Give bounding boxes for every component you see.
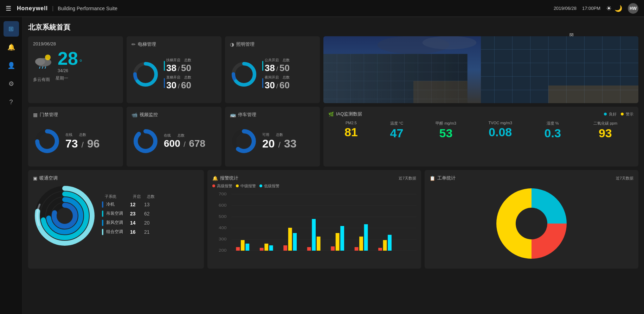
access-donut [33,127,61,155]
elevator-icon: ✏ [131,42,136,47]
svg-rect-87 [283,245,287,251]
access-icon: ▦ [33,112,38,118]
svg-rect-91 [312,219,316,251]
escalator-stat: 扶梯开启 总数 38 / 50 [164,58,191,74]
alarm-legend: 高级报警 中级报警 低级报警 [212,183,416,189]
elevator-donut [131,60,160,88]
workorder-header: 📋 工单统计 近7天数据 [430,175,633,181]
svg-rect-92 [317,237,321,251]
weather-icon [33,51,54,72]
svg-point-1 [35,58,45,65]
alarm-header: 🔔 报警统计 近7天数据 [212,175,416,181]
svg-rect-93 [331,246,335,251]
video-card-title: 📹 视频监控 [131,112,217,118]
topbar-right: 2019/06/28 17:00PM ☀ 🌙 HW [554,3,638,14]
alarm-title: 🔔 报警统计 [212,175,238,181]
alarm-card: 🔔 报警统计 近7天数据 高级报警 中级报警 [207,170,421,269]
access-values: 在线 总数 73 / 96 [65,132,100,150]
hvac-row-2: 新风空调 14 20 [102,220,199,226]
svg-rect-83 [245,244,249,251]
hvac-row-1: 吊装空调 23 62 [102,211,199,217]
topbar-date: 2019/06/28 [554,6,577,11]
logo: Honeywell [17,5,48,12]
video-body: 在线 总数 600 / 678 [131,121,217,162]
svg-text:200: 200 [219,249,227,253]
hvac-row-3: 组合空调 16 21 [102,229,199,235]
weather-card: 2019/06/28 [28,36,123,103]
hvac-card: ▣ 暖通空调 [28,170,204,269]
elevator-stat: 直梯开启 总数 30 / 60 [164,75,191,91]
iaq-temp: 温度 °C 47 [390,121,404,140]
workorder-pie-chart [430,183,633,264]
topbar-icons: ☀ 🌙 [606,5,622,12]
sidebar-item-user[interactable]: 👤 [4,58,19,73]
lighting-stats: 公共开启 总数 38 / 50 [262,58,290,91]
alarm-legend-low: 低级报警 [259,183,279,189]
iaq-warning-dot [621,113,624,115]
alarm-chart: 700 600 500 400 300 200 [212,191,416,264]
svg-rect-89 [293,233,297,251]
sidebar-item-help[interactable]: ? [4,94,19,110]
sidebar-item-grid[interactable]: ⊞ [4,21,19,37]
svg-rect-84 [260,248,264,251]
video-values: 在线 总数 600 / 678 [164,133,205,149]
grid-bottom: ▣ 暖通空调 [28,170,638,269]
hvac-icon: ▣ [33,176,37,181]
weather-temp-range: 34/26 [58,68,82,73]
iaq-title: 🌿 IAQ监测数据 [328,111,362,117]
topbar-divider: | [52,5,53,12]
sun-icon[interactable]: ☀ [606,5,612,12]
svg-rect-86 [269,245,273,251]
parking-donut [230,127,258,155]
alarm-mid-dot [236,184,239,187]
iaq-icon: 🌿 [328,112,334,117]
svg-text:400: 400 [219,226,227,230]
parking-body: 可用 总数 20 / 33 [230,121,315,162]
weather-description: 多云有雨 [33,77,50,83]
building-image [323,36,638,103]
svg-rect-88 [288,228,292,251]
public-lighting-stat: 公共开启 总数 38 / 50 [262,58,290,74]
sidebar-item-settings[interactable]: ⚙ [4,76,19,92]
moon-icon[interactable]: 🌙 [614,5,622,12]
workorder-card: 📋 工单统计 近7天数据 [425,170,638,269]
sidebar-item-bell[interactable]: 🔔 [4,39,19,55]
elevator-body: 扶梯开启 总数 38 / 50 [131,50,217,98]
lighting-card: ◑ 照明管理 [225,36,320,103]
main-layout: ⊞ 🔔 👤 ⚙ ? 北京系統首頁 2019/06/28 [0,17,644,314]
lighting-donut [230,60,258,88]
hvac-donut [33,184,96,247]
elevator-stats: 扶梯开启 总数 38 / 50 [164,58,191,91]
alarm-legend-high: 高级报警 [212,183,232,189]
avatar[interactable]: HW [628,3,638,14]
svg-rect-95 [340,226,344,251]
svg-rect-99 [378,248,382,251]
night-lighting-stat: 夜间开启 总数 30 / 60 [262,75,290,91]
iaq-pm25: PM2.5 81 [344,121,358,140]
elevator-card: ✏ 电梯管理 [127,36,221,103]
video-card: 📹 视频监控 在线 总数 [127,107,221,167]
weather-temp: 28 [58,49,78,68]
temp-unit: ° [79,58,82,67]
svg-point-14 [423,36,477,49]
menu-icon[interactable]: ☰ [6,5,11,12]
svg-text:500: 500 [219,215,227,219]
hvac-row-0: 冷机 12 13 [102,201,199,208]
topbar: ☰ Honeywell | Building Performance Suite… [0,0,644,17]
svg-text:300: 300 [219,237,227,241]
iaq-formaldehyde: 甲醛 mg/m3 53 [436,121,456,140]
weather-main: 28 ° ⊠ 34/26 [33,49,118,73]
topbar-time: 17:00PM [582,6,600,11]
parking-card-title: 🚌 停车管理 [230,112,315,118]
svg-rect-100 [383,240,387,251]
access-card-title: ▦ 门禁管理 [33,112,118,118]
iaq-header: 🌿 IAQ监测数据 良好 警示 [328,111,633,117]
hvac-table: 子系统 开启 总数 冷机 12 13 [102,194,199,238]
svg-line-4 [42,67,43,69]
page-title: 北京系統首頁 [28,23,638,32]
lighting-card-title: ◑ 照明管理 [230,41,315,48]
svg-rect-81 [236,247,240,251]
svg-rect-90 [307,247,311,251]
app-title: Building Performance Suite [58,6,554,11]
svg-rect-97 [359,237,363,251]
